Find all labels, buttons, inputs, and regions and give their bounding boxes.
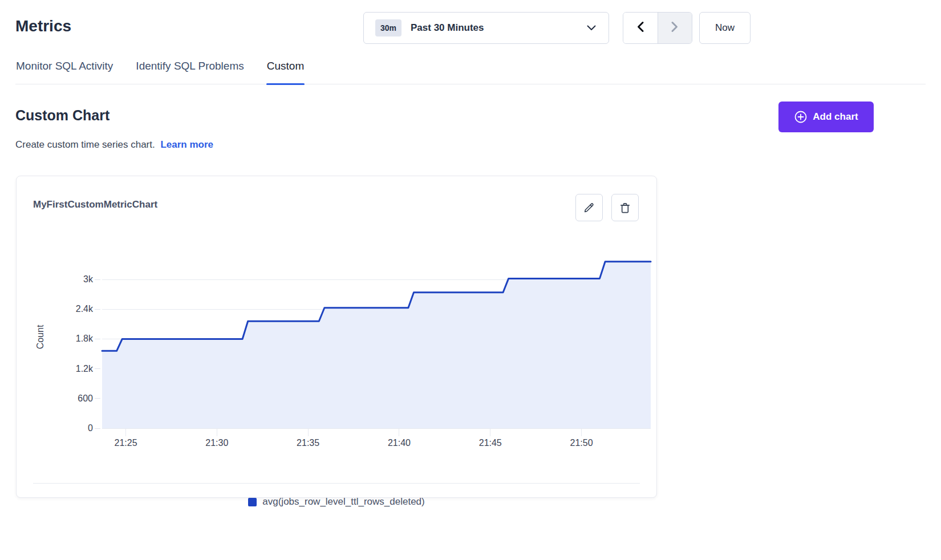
x-tick-mark: [581, 428, 582, 436]
y-tick-label: 0: [53, 423, 93, 433]
metrics-page: Metrics 30m Past 30 Minutes No: [0, 0, 941, 560]
y-tick-label: 1.8k: [53, 334, 93, 344]
series-area: [102, 262, 651, 428]
y-tick-mark: [95, 339, 100, 339]
y-tick-label: 3k: [53, 274, 93, 285]
chart-legend[interactable]: avg(jobs_row_level_ttl_rows_deleted): [17, 497, 656, 507]
y-tick-label: 2.4k: [53, 304, 93, 314]
x-tick-label: 21:30: [205, 437, 228, 449]
plot-area[interactable]: Count 06001.2k1.8k2.4k3k21:2521:3021:352…: [102, 246, 651, 428]
edit-chart-button[interactable]: [575, 194, 603, 221]
y-tick-mark: [95, 398, 100, 399]
time-range-dropdown[interactable]: 30m Past 30 Minutes: [363, 12, 609, 44]
chevron-left-icon: [636, 21, 644, 35]
x-tick-label: 21:35: [297, 437, 319, 449]
custom-chart-card: MyFirstCustomMetricChart Count 06001.2k: [16, 176, 657, 498]
chevron-right-icon: [671, 21, 679, 35]
y-axis-title: Count: [35, 325, 46, 350]
metrics-tabs: Monitor SQL Activity Identify SQL Proble…: [15, 58, 926, 84]
legend-label: avg(jobs_row_level_ttl_rows_deleted): [262, 497, 424, 507]
page-title: Metrics: [15, 17, 71, 35]
trash-icon: [619, 201, 631, 214]
custom-chart-description: Create custom time series chart. Learn m…: [15, 139, 213, 151]
chevron-down-icon: [587, 25, 596, 31]
custom-chart-heading: Custom Chart: [15, 107, 109, 124]
now-button[interactable]: Now: [699, 12, 751, 44]
add-chart-label: Add chart: [813, 111, 858, 123]
time-prev-button[interactable]: [623, 13, 658, 43]
tab-custom[interactable]: Custom: [266, 58, 305, 84]
learn-more-link[interactable]: Learn more: [160, 139, 213, 150]
plus-circle-icon: [794, 110, 808, 124]
tab-identify-sql-problems[interactable]: Identify SQL Problems: [135, 58, 244, 84]
x-tick-mark: [399, 428, 399, 436]
y-tick-mark: [95, 428, 100, 429]
pencil-icon: [583, 201, 595, 214]
x-tick-mark: [308, 428, 309, 436]
add-chart-button[interactable]: Add chart: [778, 102, 874, 132]
x-tick-mark: [125, 428, 126, 436]
chart-title: MyFirstCustomMetricChart: [33, 199, 157, 210]
tab-monitor-sql-activity[interactable]: Monitor SQL Activity: [15, 58, 113, 84]
y-tick-label: 1.2k: [53, 364, 93, 374]
y-tick-label: 600: [53, 393, 93, 404]
time-range-label: Past 30 Minutes: [411, 22, 484, 34]
delete-chart-button[interactable]: [611, 194, 639, 221]
x-tick-mark: [490, 428, 490, 436]
y-tick-mark: [95, 368, 100, 369]
y-tick-mark: [95, 279, 100, 280]
description-text: Create custom time series chart.: [15, 139, 155, 150]
card-divider: [33, 483, 640, 484]
y-tick-mark: [95, 309, 100, 310]
legend-swatch: [248, 498, 257, 506]
x-tick-label: 21:40: [388, 437, 411, 449]
x-tick-label: 21:25: [115, 437, 137, 449]
x-tick-label: 21:50: [570, 437, 593, 449]
time-nav-group: [623, 12, 692, 44]
x-tick-label: 21:45: [479, 437, 502, 449]
time-range-badge: 30m: [375, 19, 401, 36]
timeseries-svg: [102, 246, 651, 428]
x-tick-mark: [217, 428, 217, 436]
time-next-button[interactable]: [658, 13, 692, 43]
